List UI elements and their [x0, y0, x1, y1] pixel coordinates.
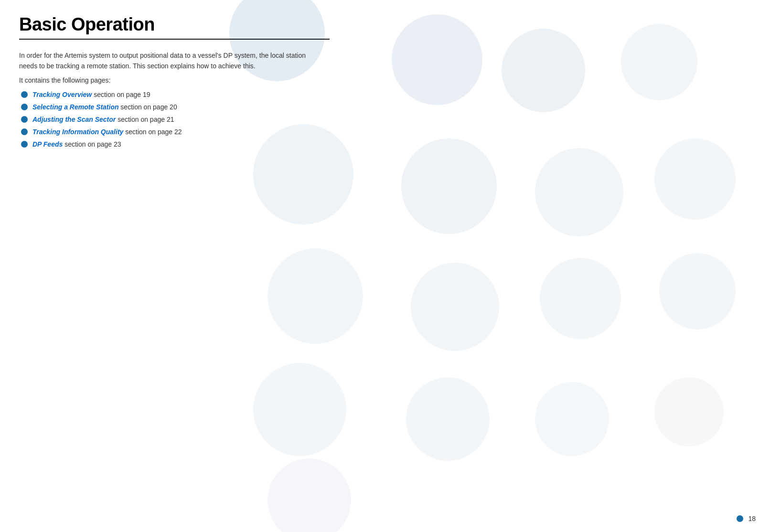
title-section: Basic Operation [19, 14, 330, 40]
page-title: Basic Operation [19, 14, 330, 35]
text-tracking-quality: section on page 22 [123, 128, 182, 136]
text-dp-feeds: section on page 23 [63, 140, 121, 148]
link-selecting-remote[interactable]: Selecting a Remote Station [32, 103, 118, 111]
text-tracking-overview: section on page 19 [92, 91, 150, 98]
list-item: Selecting a Remote Station section on pa… [21, 103, 330, 111]
title-divider [19, 39, 330, 40]
link-tracking-overview[interactable]: Tracking Overview [32, 91, 92, 98]
page-number: 18 [748, 515, 756, 522]
bullet-dot-2 [21, 104, 28, 110]
list-item: Adjusting the Scan Sector section on pag… [21, 116, 330, 123]
link-tracking-quality[interactable]: Tracking Information Quality [32, 128, 123, 136]
page-number-area: 18 [737, 515, 756, 522]
bullet-dot-1 [21, 91, 28, 98]
text-selecting-remote: section on page 20 [118, 103, 177, 111]
page-number-dot [737, 515, 743, 522]
bullet-list: Tracking Overview section on page 19 Sel… [21, 91, 330, 148]
bullet-dot-3 [21, 116, 28, 123]
list-item: DP Feeds section on page 23 [21, 140, 330, 148]
text-adjusting-scan: section on page 21 [116, 116, 174, 123]
bullet-dot-4 [21, 128, 28, 135]
bullet-dot-5 [21, 141, 28, 148]
list-item: Tracking Information Quality section on … [21, 128, 330, 136]
intro-paragraph: In order for the Artemis system to outpu… [19, 50, 325, 72]
link-adjusting-scan[interactable]: Adjusting the Scan Sector [32, 116, 116, 123]
contains-label: It contains the following pages: [19, 76, 330, 84]
link-dp-feeds[interactable]: DP Feeds [32, 140, 63, 148]
list-item: Tracking Overview section on page 19 [21, 91, 330, 98]
